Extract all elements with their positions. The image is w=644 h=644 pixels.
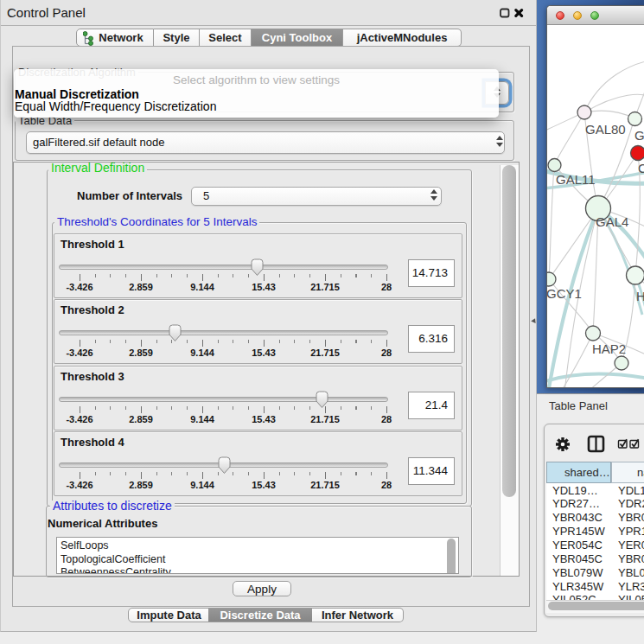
svg-text:C: C bbox=[638, 161, 644, 175]
svg-text:GAL11: GAL11 bbox=[556, 172, 596, 187]
svg-text:GA: GA bbox=[634, 128, 644, 143]
svg-text:GAL4: GAL4 bbox=[596, 214, 628, 229]
svg-text:H: H bbox=[636, 289, 644, 303]
svg-text:GAL80: GAL80 bbox=[585, 122, 626, 137]
svg-text:HAP2: HAP2 bbox=[592, 341, 626, 356]
svg-text:GCY1: GCY1 bbox=[547, 286, 582, 301]
